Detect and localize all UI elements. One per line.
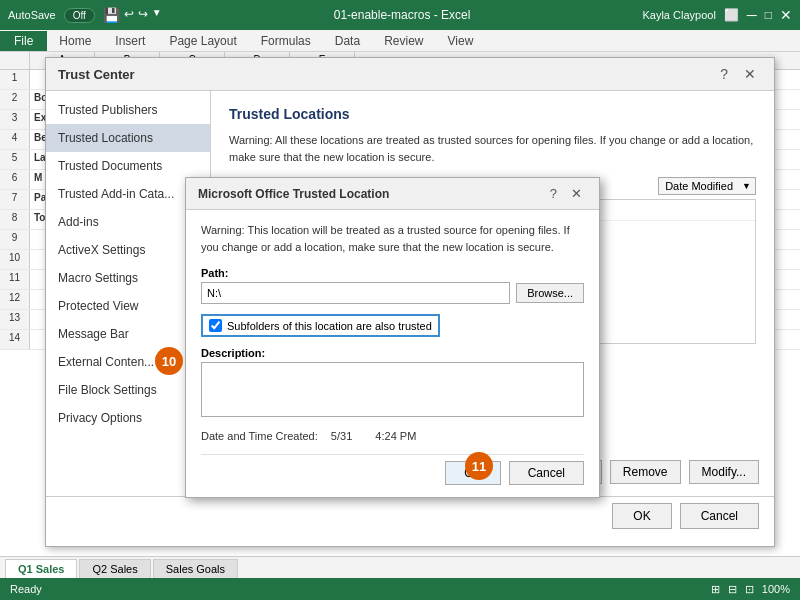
trust-center-footer: OK Cancel xyxy=(46,496,774,534)
step-10-badge: 10 xyxy=(155,347,183,375)
sheet-tabs: Q1 Sales Q2 Sales Sales Goals xyxy=(0,556,800,578)
motl-subfolder-checkbox[interactable] xyxy=(209,319,222,332)
sheet-tab-q1sales[interactable]: Q1 Sales xyxy=(5,559,77,578)
motl-date-value: 5/31 xyxy=(331,430,352,442)
title-bar: AutoSave Off 💾 ↩ ↪ ▼ 01-enable-macros - … xyxy=(0,0,800,30)
redo-icon[interactable]: ↪ xyxy=(138,7,148,23)
motl-subfolder-label: Subfolders of this location are also tru… xyxy=(227,320,432,332)
sort-btn[interactable]: Date Modified ▼ xyxy=(658,177,756,195)
motl-desc-input[interactable] xyxy=(201,362,584,417)
modify-btn[interactable]: Modify... xyxy=(689,460,759,484)
remove-btn[interactable]: Remove xyxy=(610,460,681,484)
autosave-label: AutoSave xyxy=(8,9,56,21)
data-tab[interactable]: Data xyxy=(323,31,372,51)
trust-center-help-btn[interactable]: ? xyxy=(714,65,734,83)
ribbon-display-icon[interactable]: ⬜ xyxy=(724,8,739,22)
insert-tab[interactable]: Insert xyxy=(103,31,157,51)
motl-help-btn[interactable]: ? xyxy=(545,185,562,202)
tc-ok-btn[interactable]: OK xyxy=(612,503,671,529)
motl-footer-buttons: OK Cancel xyxy=(201,454,584,485)
tc-cancel-btn[interactable]: Cancel xyxy=(680,503,759,529)
page-icon[interactable]: ⊡ xyxy=(745,583,754,596)
motl-time-value: 4:24 PM xyxy=(375,430,416,442)
motl-cancel-btn[interactable]: Cancel xyxy=(509,461,584,485)
nav-item-trusted-documents[interactable]: Trusted Documents xyxy=(46,152,210,180)
page-layout-tab[interactable]: Page Layout xyxy=(157,31,248,51)
motl-browse-btn[interactable]: Browse... xyxy=(516,283,584,303)
view-tab[interactable]: View xyxy=(436,31,486,51)
zoom-level: 100% xyxy=(762,583,790,595)
sheet-tab-salesgoals[interactable]: Sales Goals xyxy=(153,559,238,578)
motl-warning-text: Warning: This location will be treated a… xyxy=(201,222,584,255)
close-btn[interactable]: ✕ xyxy=(780,7,792,23)
review-tab[interactable]: Review xyxy=(372,31,435,51)
file-tab[interactable]: File xyxy=(0,31,47,51)
nav-item-trusted-locations[interactable]: Trusted Locations xyxy=(46,124,210,152)
formulas-tab[interactable]: Formulas xyxy=(249,31,323,51)
motl-dialog: Microsoft Office Trusted Location ? ✕ Wa… xyxy=(185,177,600,498)
app-title: 01-enable-macros - Excel xyxy=(162,8,643,22)
undo-icon[interactable]: ↩ xyxy=(124,7,134,23)
ribbon: File Home Insert Page Layout Formulas Da… xyxy=(0,30,800,52)
motl-date-row: Date and Time Created: 5/31 4:24 PM xyxy=(201,430,584,442)
status-text: Ready xyxy=(10,583,42,595)
trust-center-close-btn[interactable]: ✕ xyxy=(738,65,762,83)
status-bar: Ready ⊞ ⊟ ⊡ 100% xyxy=(0,578,800,600)
motl-path-input[interactable] xyxy=(201,282,510,304)
maximize-btn[interactable]: □ xyxy=(765,8,772,22)
motl-date-label: Date and Time Created: xyxy=(201,430,318,442)
motl-desc-label: Description: xyxy=(201,347,584,359)
motl-path-label: Path: xyxy=(201,267,584,279)
motl-body: Warning: This location will be treated a… xyxy=(186,210,599,497)
customize-icon[interactable]: ▼ xyxy=(152,7,162,23)
step-11-badge: 11 xyxy=(465,452,493,480)
motl-subfolder-row: Subfolders of this location are also tru… xyxy=(201,314,584,337)
tc-section-title: Trusted Locations xyxy=(229,106,756,122)
sheet-tab-q2sales[interactable]: Q2 Sales xyxy=(79,559,150,578)
layout-icon[interactable]: ⊟ xyxy=(728,583,737,596)
trust-center-title-bar: Trust Center ? ✕ xyxy=(46,58,774,91)
motl-title-text: Microsoft Office Trusted Location xyxy=(198,187,389,201)
trust-center-title-text: Trust Center xyxy=(58,67,135,82)
motl-close-btn[interactable]: ✕ xyxy=(566,185,587,202)
nav-item-trusted-publishers[interactable]: Trusted Publishers xyxy=(46,96,210,124)
minimize-btn[interactable]: ─ xyxy=(747,7,757,23)
tc-warning-text: Warning: All these locations are treated… xyxy=(229,132,756,165)
autosave-toggle[interactable]: Off xyxy=(64,8,95,23)
home-tab[interactable]: Home xyxy=(47,31,103,51)
motl-title-bar: Microsoft Office Trusted Location ? ✕ xyxy=(186,178,599,210)
user-name: Kayla Claypool xyxy=(642,9,715,21)
grid-icon[interactable]: ⊞ xyxy=(711,583,720,596)
save-icon[interactable]: 💾 xyxy=(103,7,120,23)
